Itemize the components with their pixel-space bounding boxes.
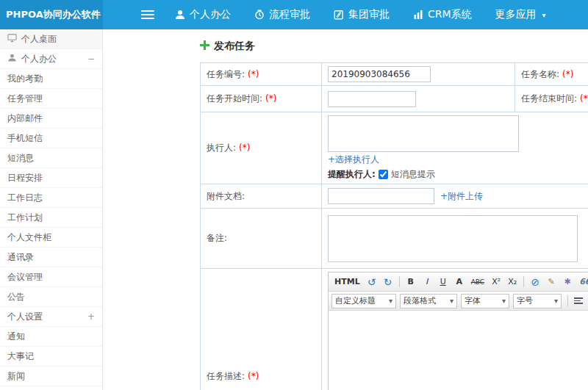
font-size-dropdown[interactable]: 字号▾ (513, 294, 562, 308)
remark-label-cell: 备注: (201, 209, 322, 269)
caret-down-icon: ▾ (389, 297, 392, 305)
sidebar-item-personal-office[interactable]: 个人办公 − (0, 49, 102, 69)
required-mark: (*) (265, 93, 276, 104)
font-family-dropdown[interactable]: 字体▾ (461, 294, 509, 308)
sidebar-item-label: 工作计划 (7, 212, 43, 224)
sidebar-item-personal-settings[interactable]: 个人设置 + (0, 307, 102, 327)
editor-content-area[interactable] (329, 311, 588, 390)
start-time-input[interactable] (328, 91, 416, 107)
sidebar-item-label: 大事记 (7, 350, 34, 363)
sidebar-item-announcement[interactable]: 公告 (0, 287, 102, 307)
sidebar-item-schedule[interactable]: 日程安排 (0, 168, 102, 188)
attachment-input[interactable] (328, 188, 434, 204)
task-number-value-cell (322, 63, 515, 86)
underline-button[interactable]: U (436, 275, 451, 289)
align-left-icon[interactable] (572, 294, 587, 308)
undo-button[interactable]: ↺ (365, 275, 379, 289)
choose-executor-link[interactable]: +选择执行人 (328, 154, 379, 165)
page-title-text: 发布任务 (214, 40, 255, 53)
editor-toolbar-row2: 自定义标题▾ 段落格式▾ 字体▾ 字号▾ (329, 292, 588, 311)
remark-textarea[interactable] (328, 215, 578, 262)
sidebar-item-label: 我的考勤 (7, 73, 43, 85)
format-painter-button[interactable]: ✎ (544, 275, 559, 289)
executor-label: 执行人: (207, 142, 236, 153)
publish-task-form: 任务编号:(*) 任务名称:(*) 任务开始时间:(*) (200, 62, 588, 390)
dropdown-label: 段落格式 (404, 295, 436, 306)
sidebar-item-contacts[interactable]: 通讯录 (0, 248, 102, 267)
expand-icon[interactable]: + (87, 311, 95, 322)
required-mark: (*) (239, 142, 250, 153)
start-time-value-cell (322, 86, 515, 112)
approval-edit-icon (334, 10, 344, 20)
dropdown-label: 自定义标题 (335, 295, 376, 306)
sidebar-item-label: 会议管理 (7, 271, 43, 284)
caret-down-icon: ▾ (542, 11, 546, 19)
remind-executor-label: 提醒执行人: (328, 168, 376, 181)
task-number-input[interactable] (328, 66, 431, 82)
sms-remind-checkbox[interactable] (379, 170, 388, 179)
nav-label: 更多应用 (495, 8, 537, 21)
custom-title-dropdown[interactable]: 自定义标题▾ (331, 294, 396, 308)
sidebar-item-internal-mail[interactable]: 内部邮件 (0, 109, 102, 129)
executor-textarea[interactable] (328, 115, 519, 152)
remark-value-cell (322, 209, 588, 269)
desktop-icon (7, 33, 17, 45)
nav-more-apps[interactable]: 更多应用 ▾ (495, 8, 546, 21)
clean-paste-button[interactable]: ✱ (560, 275, 575, 289)
sidebar-item-file-cabinet[interactable]: 个人文件柜 (0, 228, 102, 248)
sidebar-item-label: 新闻 (7, 370, 25, 383)
add-plus-icon (200, 40, 209, 52)
paragraph-format-dropdown[interactable]: 段落格式▾ (400, 294, 457, 308)
description-value-cell: HTML ↺ ↻ B I U A ABC X² X₂ ⊘ (322, 269, 588, 390)
sidebar: 个人桌面 个人办公 − 我的考勤 任务管理 内部邮件 手机短信 短消息 日程安排… (0, 29, 103, 390)
redo-button[interactable]: ↻ (381, 275, 395, 289)
nav-crm-system[interactable]: CRM系统 (413, 8, 472, 21)
font-style-button[interactable]: A (452, 275, 467, 289)
nav-label: 集团审批 (348, 8, 390, 21)
html-source-button[interactable]: HTML (331, 275, 363, 289)
sidebar-item-work-plan[interactable]: 工作计划 (0, 208, 102, 228)
sidebar-item-label: 日程安排 (7, 172, 43, 184)
page-title: 发布任务 (200, 40, 588, 53)
sidebar-item-notification[interactable]: 通知 (0, 327, 102, 347)
sidebar-item-label: 内部邮件 (7, 112, 43, 125)
italic-button[interactable]: I (420, 275, 434, 289)
sidebar-item-my-attendance[interactable]: 我的考勤 (0, 69, 102, 89)
superscript-button[interactable]: X² (489, 275, 503, 289)
sidebar-item-news[interactable]: 新闻 (0, 366, 102, 386)
toolbar-separator (399, 276, 400, 287)
menu-toggle-icon[interactable] (141, 8, 154, 21)
main-content: 发布任务 任务编号:(*) 任务名称:(*) 任务开始时 (103, 29, 588, 390)
rich-text-editor: HTML ↺ ↻ B I U A ABC X² X₂ ⊘ (328, 272, 588, 390)
collapse-icon[interactable]: − (87, 54, 95, 64)
nav-personal-office[interactable]: 个人办公 (175, 8, 231, 21)
sidebar-item-label: 公告 (7, 291, 25, 303)
sms-remind-label: 短消息提示 (391, 168, 435, 181)
caret-down-icon: ▾ (450, 297, 453, 305)
nav-process-approval[interactable]: 流程审批 (254, 8, 310, 21)
subscript-button[interactable]: X₂ (505, 275, 520, 289)
toolbar-separator (567, 295, 568, 306)
sidebar-item-personal-desktop[interactable]: 个人桌面 (0, 29, 102, 49)
sidebar-item-label: 短消息 (7, 152, 34, 165)
end-time-label: 任务结束时间: (521, 93, 577, 104)
sidebar-item-label: 通知 (7, 331, 25, 343)
nav-group-approval[interactable]: 集团审批 (334, 8, 390, 21)
executor-label-cell: 执行人:(*) (201, 112, 322, 184)
sidebar-item-label: 个人文件柜 (7, 231, 51, 244)
bold-button[interactable]: B (404, 275, 418, 289)
sidebar-item-mobile-sms[interactable]: 手机短信 (0, 129, 102, 148)
required-mark: (*) (580, 93, 588, 104)
task-number-label: 任务编号: (207, 69, 245, 79)
executor-value-cell: +选择执行人 提醒执行人: 短消息提示 (322, 112, 588, 184)
strikethrough-button[interactable]: ABC (468, 275, 487, 289)
sidebar-item-major-events[interactable]: 大事记 (0, 347, 102, 366)
sidebar-item-label: 手机短信 (7, 132, 43, 145)
sidebar-item-task-management[interactable]: 任务管理 (0, 89, 102, 109)
sidebar-item-meeting-management[interactable]: 会议管理 (0, 267, 102, 287)
attachment-upload-link[interactable]: +附件上传 (440, 190, 483, 203)
remove-format-button[interactable]: ⊘ (528, 275, 542, 289)
sidebar-item-short-message[interactable]: 短消息 (0, 148, 102, 168)
blockquote-button[interactable]: 66 (576, 275, 588, 289)
sidebar-item-work-log[interactable]: 工作日志 (0, 188, 102, 208)
